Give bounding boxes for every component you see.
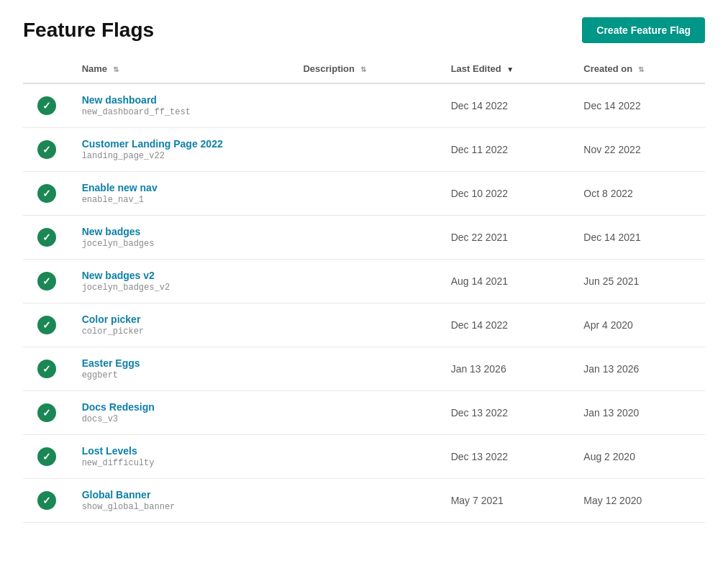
table-row: ✓ Docs Redesign docs_v3Dec 13 2022Jan 13… [23,391,705,435]
last-edited-sort-icon: ▼ [506,65,514,73]
name-cell: Color picker color_picker [70,303,292,347]
flag-name-link[interactable]: Docs Redesign [82,401,281,413]
name-sort-icon: ⇅ [113,65,119,73]
flag-key: docs_v3 [82,414,281,424]
name-cell: New badges jocelyn_badges [70,216,292,260]
page-header: Feature Flags Create Feature Flag [0,0,728,55]
name-cell: Enable new nav enable_nav_1 [70,172,292,216]
status-cell: ✓ [23,216,70,260]
status-cell: ✓ [23,128,70,172]
table-row: ✓ Lost Levels new_difficultyDec 13 2022A… [23,435,705,479]
table-row: ✓ Global Banner show_global_bannerMay 7 … [23,479,705,523]
col-header-last-edited[interactable]: Last Edited ▼ [440,55,573,83]
status-cell: ✓ [23,479,70,523]
flag-name-link[interactable]: Easter Eggs [82,357,281,369]
description-cell [291,479,439,523]
flag-key: show_global_banner [82,502,281,512]
table-row: ✓ New badges jocelyn_badgesDec 22 2021De… [23,216,705,260]
create-feature-flag-button[interactable]: Create Feature Flag [582,17,705,43]
table-row: ✓ New dashboard new_dashboard_ff_testDec… [23,83,705,128]
last-edited-cell: Dec 14 2022 [440,83,573,128]
check-circle: ✓ [37,403,56,422]
flag-name-link[interactable]: Enable new nav [82,182,281,193]
last-edited-cell: Jan 13 2026 [440,347,573,391]
description-cell [291,83,439,128]
created-on-sort-icon: ⇅ [638,65,644,73]
flag-name-link[interactable]: Color picker [82,314,281,325]
check-circle: ✓ [37,184,56,203]
description-cell [291,128,439,172]
last-edited-cell: Aug 14 2021 [440,260,573,303]
last-edited-cell: Dec 13 2022 [440,391,573,435]
flag-name-link[interactable]: Lost Levels [82,445,281,457]
description-cell [291,216,439,260]
col-header-name[interactable]: Name ⇅ [70,55,292,83]
status-cell: ✓ [23,435,70,479]
table-row: ✓ Customer Landing Page 2022 landing_pag… [23,128,705,172]
name-cell: Easter Eggs eggbert [70,347,292,391]
feature-flags-table-container: Name ⇅ Description ⇅ Last Edited ▼ Creat… [0,55,728,523]
created-on-cell: Jun 25 2021 [572,260,705,303]
created-on-cell: Jan 13 2026 [572,347,705,391]
enabled-icon: ✓ [37,183,57,204]
enabled-icon: ✓ [37,96,57,116]
flag-name-link[interactable]: New dashboard [82,94,281,106]
feature-flags-table: Name ⇅ Description ⇅ Last Edited ▼ Creat… [23,55,705,523]
flag-key: new_dashboard_ff_test [82,107,281,117]
description-cell [291,391,439,435]
status-cell: ✓ [23,347,70,391]
enabled-icon: ✓ [37,447,57,467]
enabled-icon: ✓ [37,359,57,379]
created-on-cell: Aug 2 2020 [572,435,705,479]
flag-key: new_difficulty [82,458,281,468]
status-cell: ✓ [23,172,70,216]
name-cell: Docs Redesign docs_v3 [70,391,292,435]
status-cell: ✓ [23,83,70,128]
flag-key: eggbert [82,370,281,380]
created-on-cell: Dec 14 2022 [572,83,705,128]
status-cell: ✓ [23,303,70,347]
description-cell [291,172,439,216]
check-circle: ✓ [37,316,56,334]
table-row: ✓ Enable new nav enable_nav_1Dec 10 2022… [23,172,705,216]
name-cell: New dashboard new_dashboard_ff_test [70,83,292,128]
name-cell: Global Banner show_global_banner [70,479,292,523]
col-header-status [23,55,70,83]
last-edited-cell: Dec 10 2022 [440,172,573,216]
col-header-created-on[interactable]: Created on ⇅ [572,55,705,83]
name-cell: New badges v2 jocelyn_badges_v2 [70,260,292,303]
check-circle: ✓ [37,491,56,510]
description-cell [291,435,439,479]
description-cell [291,260,439,303]
enabled-icon: ✓ [37,315,57,335]
enabled-icon: ✓ [37,403,57,423]
flag-name-link[interactable]: New badges v2 [82,270,281,281]
col-header-description[interactable]: Description ⇅ [291,55,439,83]
name-cell: Lost Levels new_difficulty [70,435,292,479]
flag-key: enable_nav_1 [82,195,281,205]
flag-name-link[interactable]: Customer Landing Page 2022 [82,138,281,150]
table-row: ✓ New badges v2 jocelyn_badges_v2Aug 14 … [23,260,705,303]
name-cell: Customer Landing Page 2022 landing_page_… [70,128,292,172]
last-edited-cell: Dec 13 2022 [440,435,573,479]
flag-key: jocelyn_badges [82,239,281,249]
last-edited-cell: Dec 14 2022 [440,303,573,347]
created-on-cell: Nov 22 2022 [572,128,705,172]
check-circle: ✓ [37,140,56,159]
table-header-row: Name ⇅ Description ⇅ Last Edited ▼ Creat… [23,55,705,83]
flag-name-link[interactable]: New badges [82,226,281,237]
description-cell [291,303,439,347]
enabled-icon: ✓ [37,227,57,247]
description-cell [291,347,439,391]
flag-key: jocelyn_badges_v2 [82,283,281,293]
last-edited-cell: Dec 11 2022 [440,128,573,172]
description-sort-icon: ⇅ [360,65,366,73]
flag-key: landing_page_v22 [82,151,281,161]
check-circle: ✓ [37,360,56,378]
status-cell: ✓ [23,391,70,435]
flag-name-link[interactable]: Global Banner [82,489,281,500]
enabled-icon: ✓ [37,271,57,291]
flag-key: color_picker [82,326,281,337]
created-on-cell: Oct 8 2022 [572,172,705,216]
last-edited-cell: Dec 22 2021 [440,216,573,260]
